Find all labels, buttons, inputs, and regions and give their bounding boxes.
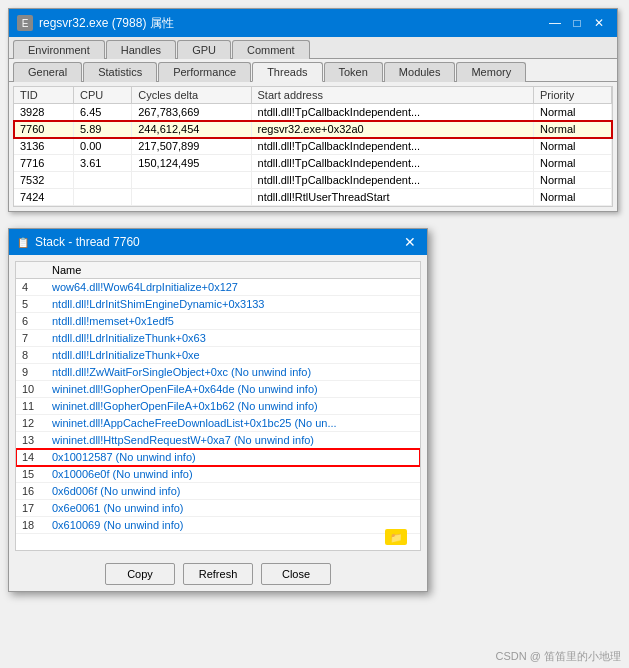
- stack-col-name: Name: [46, 262, 420, 279]
- list-item[interactable]: 6ntdll.dll!memset+0x1edf5: [16, 313, 420, 330]
- tab-comment[interactable]: Comment: [232, 40, 310, 59]
- stack-list-container[interactable]: Name 4wow64.dll!Wow64LdrpInitialize+0x12…: [15, 261, 421, 551]
- table-row[interactable]: 7532ntdll.dll!TpCallbackIndependent...No…: [14, 172, 612, 189]
- main-window-title: regsvr32.exe (7988) 属性: [39, 15, 174, 32]
- stack-col-num: [16, 262, 46, 279]
- tab-statistics[interactable]: Statistics: [83, 62, 157, 82]
- col-tid: TID: [14, 87, 73, 104]
- col-cycles: Cycles delta: [132, 87, 251, 104]
- tab-memory[interactable]: Memory: [456, 62, 526, 82]
- col-priority: Priority: [534, 87, 612, 104]
- list-item[interactable]: 180x610069 (No unwind info): [16, 517, 420, 534]
- title-bar-controls: — □ ✕: [545, 13, 609, 33]
- tab-performance[interactable]: Performance: [158, 62, 251, 82]
- threads-table-container: TID CPU Cycles delta Start address Prior…: [13, 86, 613, 207]
- table-header-row: TID CPU Cycles delta Start address Prior…: [14, 87, 612, 104]
- table-row[interactable]: 7424ntdll.dll!RtlUserThreadStartNormal: [14, 189, 612, 206]
- watermark: CSDN @ 笛笛里的小地理: [496, 649, 621, 664]
- tab-modules[interactable]: Modules: [384, 62, 456, 82]
- threads-table: TID CPU Cycles delta Start address Prior…: [14, 87, 612, 206]
- list-item[interactable]: 4wow64.dll!Wow64LdrpInitialize+0x127: [16, 279, 420, 296]
- app-icon: E: [17, 15, 33, 31]
- list-item[interactable]: 7ntdll.dll!LdrInitializeThunk+0x63: [16, 330, 420, 347]
- tab-threads[interactable]: Threads: [252, 62, 322, 82]
- list-item[interactable]: 12wininet.dll!AppCacheFreeDownloadList+0…: [16, 415, 420, 432]
- list-item[interactable]: 5ntdll.dll!LdrInitShimEngineDynamic+0x31…: [16, 296, 420, 313]
- tab-general[interactable]: General: [13, 62, 82, 82]
- stack-dialog: 📋 Stack - thread 7760 ✕ Name 4wow64.dll!…: [8, 228, 428, 592]
- col-start-addr: Start address: [251, 87, 534, 104]
- list-item[interactable]: 9ntdll.dll!ZwWaitForSingleObject+0xc (No…: [16, 364, 420, 381]
- stack-list-table: Name 4wow64.dll!Wow64LdrpInitialize+0x12…: [16, 262, 420, 534]
- dialog-close-button[interactable]: ✕: [401, 233, 419, 251]
- dialog-buttons: Copy Refresh Close: [9, 557, 427, 591]
- main-window: E regsvr32.exe (7988) 属性 — □ ✕ Environme…: [8, 8, 618, 212]
- folder-icon: 📁: [385, 529, 407, 545]
- dialog-title-left: 📋 Stack - thread 7760: [17, 235, 140, 249]
- table-row[interactable]: 39286.45267,783,669ntdll.dll!TpCallbackI…: [14, 104, 612, 121]
- bottom-tab-row: General Statistics Performance Threads T…: [9, 59, 617, 82]
- list-item[interactable]: 11wininet.dll!GopherOpenFileA+0x1b62 (No…: [16, 398, 420, 415]
- list-item[interactable]: 160x6d006f (No unwind info): [16, 483, 420, 500]
- list-item[interactable]: 170x6e0061 (No unwind info): [16, 500, 420, 517]
- col-cpu: CPU: [73, 87, 131, 104]
- main-title-bar: E regsvr32.exe (7988) 属性 — □ ✕: [9, 9, 617, 37]
- tab-environment[interactable]: Environment: [13, 40, 105, 59]
- table-row[interactable]: 77605.89244,612,454regsvr32.exe+0x32a0No…: [14, 121, 612, 138]
- table-row[interactable]: 77163.61150,124,495ntdll.dll!TpCallbackI…: [14, 155, 612, 172]
- dialog-title-bar: 📋 Stack - thread 7760 ✕: [9, 229, 427, 255]
- minimize-button[interactable]: —: [545, 13, 565, 33]
- list-item[interactable]: 13wininet.dll!HttpSendRequestW+0xa7 (No …: [16, 432, 420, 449]
- top-tab-row: Environment Handles GPU Comment: [9, 37, 617, 59]
- list-item[interactable]: 10wininet.dll!GopherOpenFileA+0x64de (No…: [16, 381, 420, 398]
- list-item[interactable]: 8ntdll.dll!LdrInitializeThunk+0xe: [16, 347, 420, 364]
- folder-icon-area[interactable]: 📁: [385, 529, 407, 547]
- stack-header-row: Name: [16, 262, 420, 279]
- refresh-button[interactable]: Refresh: [183, 563, 253, 585]
- tab-gpu[interactable]: GPU: [177, 40, 231, 59]
- copy-button[interactable]: Copy: [105, 563, 175, 585]
- stack-icon: 📋: [17, 237, 29, 248]
- list-item[interactable]: 140x10012587 (No unwind info): [16, 449, 420, 466]
- list-item[interactable]: 150x10006e0f (No unwind info): [16, 466, 420, 483]
- title-bar-left: E regsvr32.exe (7988) 属性: [17, 15, 174, 32]
- close-dialog-button[interactable]: Close: [261, 563, 331, 585]
- tab-token[interactable]: Token: [324, 62, 383, 82]
- table-row[interactable]: 31360.00217,507,899ntdll.dll!TpCallbackI…: [14, 138, 612, 155]
- dialog-title: Stack - thread 7760: [35, 235, 140, 249]
- maximize-button[interactable]: □: [567, 13, 587, 33]
- stack-list-wrapper: Name 4wow64.dll!Wow64LdrpInitialize+0x12…: [9, 261, 427, 551]
- close-button[interactable]: ✕: [589, 13, 609, 33]
- tab-handles[interactable]: Handles: [106, 40, 176, 59]
